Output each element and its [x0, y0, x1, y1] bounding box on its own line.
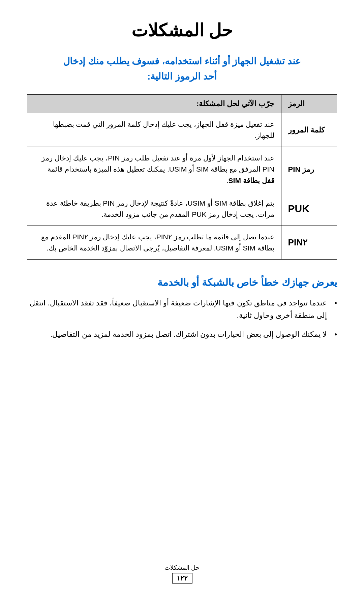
page-container: حل المشكلات عند تشغيل الجهاز أو أثناء اس…: [0, 0, 364, 597]
table-header-row: الرمز جرّب الآتي لحل المشكلة:: [27, 94, 337, 113]
symbol-password: كلمة المرور: [281, 113, 337, 147]
table-row: كلمة المرور عند تفعيل ميزة قفل الجهاز، ي…: [27, 113, 337, 147]
symbol-pin: رمز PIN: [281, 147, 337, 192]
solution-puk: يتم إغلاق بطاقة SIM أو USIM، عادةً كنتيج…: [27, 192, 281, 226]
bullet-text-1: عندما تتواجد في مناطق تكون فيها الإشارات…: [30, 299, 327, 320]
bold-simlock: قفل بطاقة SIM: [229, 177, 274, 184]
codes-table: الرمز جرّب الآتي لحل المشكلة: كلمة المرو…: [27, 94, 337, 260]
footer-label: حل المشكلات: [0, 564, 364, 571]
bullet-list: عندما تتواجد في مناطق تكون فيها الإشارات…: [27, 297, 337, 340]
network-section-title: يعرض جهازك خطأ خاص بالشبكة أو بالخدمة: [27, 276, 337, 288]
page-title: حل المشكلات: [27, 20, 337, 40]
table-container: الرمز جرّب الآتي لحل المشكلة: كلمة المرو…: [27, 94, 337, 260]
solution-pin: عند استخدام الجهاز لأول مرة أو عند تفعيل…: [27, 147, 281, 192]
symbol-puk: PUK: [281, 192, 337, 226]
list-item: لا يمكنك الوصول إلى بعض الخيارات بدون اش…: [27, 328, 337, 340]
page-footer: حل المشكلات ١٢٢: [0, 564, 364, 584]
symbol-pin2: PIN٢: [281, 226, 337, 259]
header-solution: جرّب الآتي لحل المشكلة:: [27, 94, 281, 113]
bullet-text-2: لا يمكنك الوصول إلى بعض الخيارات بدون اش…: [50, 330, 327, 338]
subtitle: عند تشغيل الجهاز أو أثناء استخدامه، فسوف…: [27, 54, 337, 84]
table-row: PIN٢ عندما تصل إلى قائمة ما تطلب رمز PIN…: [27, 226, 337, 259]
table-row: PUK يتم إغلاق بطاقة SIM أو USIM، عادةً ك…: [27, 192, 337, 226]
subtitle-line1: عند تشغيل الجهاز أو أثناء استخدامه، فسوف…: [63, 56, 301, 66]
solution-pin2: عندما تصل إلى قائمة ما تطلب رمز PIN٢، يج…: [27, 226, 281, 259]
solution-password: عند تفعيل ميزة قفل الجهاز، يجب عليك إدخا…: [27, 113, 281, 147]
section-network: يعرض جهازك خطأ خاص بالشبكة أو بالخدمة عن…: [27, 276, 337, 340]
footer-page-number: ١٢٢: [172, 573, 192, 584]
list-item: عندما تتواجد في مناطق تكون فيها الإشارات…: [27, 297, 337, 322]
table-row: رمز PIN عند استخدام الجهاز لأول مرة أو ع…: [27, 147, 337, 192]
header-symbol: الرمز: [281, 94, 337, 113]
subtitle-line2: أحد الرموز التالية:: [147, 71, 217, 82]
